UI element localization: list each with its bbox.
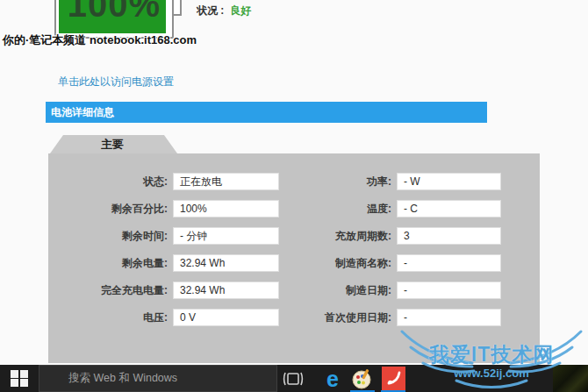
red-app-button[interactable] [380,365,406,392]
taskbar: 搜索 Web 和 Windows e [0,365,588,392]
fields-column-right: 功率: - W 温度: - C 充放周期数: 3 制造商名称: - 制造日期: … [272,173,505,336]
field-value-box[interactable]: 3 [397,227,501,245]
field-label: 充放周期数: [272,227,397,245]
condition-value: 良好 [230,4,251,17]
field-row: 制造日期: - [272,282,505,299]
edge-icon: e [326,367,339,391]
field-row: 功率: - W [272,173,505,190]
field-label: 制造日期: [272,282,397,299]
field-value: 正在放电 [180,175,222,188]
field-row: 充放周期数: 3 [272,227,505,245]
field-value-box[interactable]: - [397,309,501,326]
section-header-battery-details: 电池详细信息 [46,102,487,123]
field-row: 剩余电量: 32.94 Wh [53,254,283,272]
wallpaper-corner-fragment [553,365,588,392]
battery-condition: 状况 :良好 [197,4,251,18]
field-label: 剩余百分比: [53,200,173,217]
field-value-box[interactable]: - 分钟 [173,227,279,245]
field-value: - [404,284,407,296]
field-label: 剩余电量: [53,254,173,272]
field-label: 功率: [272,173,397,190]
field-value: 100% [180,203,207,215]
edge-browser-button[interactable]: e [319,365,346,392]
palette-app-button[interactable] [349,365,376,392]
field-value-box[interactable]: 0 V [173,309,279,326]
task-view-button[interactable] [281,365,305,392]
field-label: 剩余时间: [53,227,173,245]
field-value: - C [404,203,418,215]
field-row: 剩余百分比: 100% [53,200,283,217]
field-label: 温度: [272,200,397,217]
field-value: 32.94 Wh [180,257,225,269]
field-label: 电压: [53,309,173,326]
tab-main[interactable]: 主要 [50,135,177,153]
field-value-box[interactable]: 100% [173,200,279,217]
field-label: 制造商名称: [272,254,397,272]
windows-logo-icon [11,370,28,388]
field-label: 状态: [53,173,173,190]
task-view-icon [282,370,305,388]
red-app-icon [382,367,405,390]
field-value-box[interactable]: - C [397,200,501,217]
field-value: 32.94 Wh [180,284,225,296]
field-value-box[interactable]: 32.94 Wh [173,282,279,299]
field-row: 剩余时间: - 分钟 [53,227,283,245]
battery-percent-label: 100% [54,0,174,25]
field-value: - [404,311,407,324]
condition-label: 状况 : [197,4,224,17]
field-value: - W [404,175,420,188]
battery-icon-terminal [174,0,182,16]
field-label: 完全充电电量: [53,282,173,299]
field-row: 完全充电电量: 32.94 Wh [53,282,283,299]
power-settings-link[interactable]: 单击此处以访问电源设置 [58,75,174,89]
field-row: 制造商名称: - [272,254,505,272]
fields-column-left: 状态: 正在放电 剩余百分比: 100% 剩余时间: - 分钟 剩余电量: 32… [53,173,283,336]
field-value-box[interactable]: - [397,254,501,272]
start-button[interactable] [0,365,39,392]
field-row: 电压: 0 V [53,309,283,326]
field-value: 3 [404,230,410,242]
watermark-top: 你的·笔记本频道 notebook.it168.com [3,32,197,48]
field-row: 首次使用日期: - [272,309,505,326]
field-value-box[interactable]: 32.94 Wh [173,254,279,272]
field-label: 首次使用日期: [272,309,397,326]
field-value-box[interactable]: - W [397,173,501,190]
field-value: - [404,257,407,269]
field-value: - 分钟 [180,230,207,242]
field-value-box[interactable]: - [397,282,501,299]
field-row: 温度: - C [272,200,505,217]
palette-icon [351,367,374,390]
taskbar-search-input[interactable]: 搜索 Web 和 Windows [39,365,277,392]
field-value: 0 V [180,311,196,324]
field-value-box[interactable]: 正在放电 [173,173,279,190]
field-row: 状态: 正在放电 [53,173,283,190]
